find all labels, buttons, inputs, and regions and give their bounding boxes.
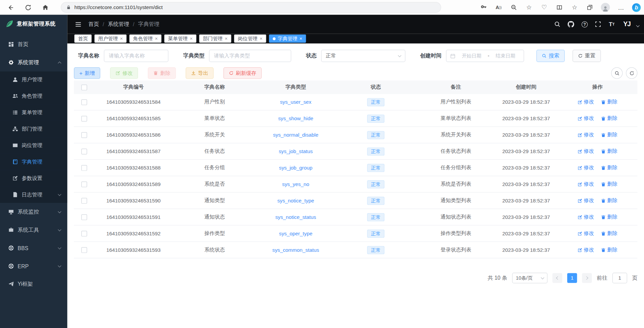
font-size-icon[interactable]: TT	[608, 20, 615, 28]
password-key-icon[interactable]	[479, 3, 487, 11]
favorites-icon[interactable]: ☆	[570, 3, 579, 11]
add-button[interactable]: + 新增	[74, 67, 100, 79]
date-range-picker[interactable]: 开始日期 - 结束日期	[446, 50, 524, 62]
dict-type-link[interactable]: sys_normal_disable	[273, 132, 318, 138]
dict-type-link[interactable]: sys_user_sex	[280, 99, 311, 105]
delete-link[interactable]: 删除	[601, 148, 617, 155]
tab-home[interactable]: 首页	[74, 35, 91, 43]
edit-link[interactable]: 修改	[577, 230, 594, 237]
delete-link[interactable]: 删除	[601, 99, 617, 106]
select-all-checkbox[interactable]	[81, 85, 87, 90]
row-checkbox[interactable]	[81, 231, 87, 236]
sidebar-item-home[interactable]: 首页	[0, 35, 67, 53]
sidebar-fold-icon[interactable]	[75, 21, 82, 28]
edit-link[interactable]: 修改	[577, 131, 594, 138]
dict-type-link[interactable]: sys_common_status	[272, 247, 319, 253]
dict-type-input[interactable]	[209, 50, 291, 62]
breadcrumb-home[interactable]: 首页	[88, 20, 99, 28]
dict-type-link[interactable]: sys_job_group	[279, 165, 312, 171]
collections-icon[interactable]	[586, 3, 594, 11]
sidebar-item-user[interactable]: 用户管理	[0, 72, 67, 88]
row-checkbox[interactable]	[81, 149, 87, 154]
user-avatar[interactable]: YJ	[623, 20, 631, 28]
zoom-out-icon[interactable]	[510, 3, 518, 11]
row-checkbox[interactable]	[81, 198, 87, 203]
dict-type-link[interactable]: sys_show_hide	[278, 115, 313, 121]
close-icon[interactable]: ×	[155, 36, 158, 41]
dict-type-link[interactable]: sys_yes_no	[282, 181, 309, 187]
browser-profile-avatar[interactable]	[601, 3, 610, 12]
edit-link[interactable]: 修改	[577, 181, 594, 188]
sidebar-item-yi[interactable]: Yi框架	[0, 275, 67, 293]
row-checkbox[interactable]	[81, 116, 87, 122]
sidebar-item-dict[interactable]: 字典管理	[0, 153, 67, 170]
browser-essentials-icon[interactable]: ♡	[540, 3, 548, 11]
split-screen-icon[interactable]	[555, 3, 563, 11]
sidebar-item-bbs[interactable]: BBS	[0, 239, 67, 257]
read-aloud-icon[interactable]: A))	[495, 3, 503, 11]
status-select[interactable]: 正常	[321, 50, 406, 62]
sidebar-item-role[interactable]: 角色管理	[0, 88, 67, 104]
edit-link[interactable]: 修改	[577, 99, 594, 106]
close-icon[interactable]: ×	[190, 36, 193, 41]
bing-icon[interactable]: b	[632, 3, 641, 12]
dict-type-link[interactable]: sys_oper_type	[279, 231, 312, 236]
edit-link[interactable]: 修改	[577, 148, 594, 155]
toggle-search-button[interactable]	[611, 67, 623, 79]
address-bar[interactable]: https://ccnetcore.com:1101/system/dict	[61, 2, 441, 13]
row-checkbox[interactable]	[81, 247, 87, 253]
browser-back-button[interactable]	[6, 2, 15, 12]
refresh-cache-button[interactable]: 刷新缓存	[224, 67, 262, 79]
delete-link[interactable]: 删除	[601, 246, 617, 253]
sidebar-item-erp[interactable]: ERP	[0, 257, 67, 275]
delete-link[interactable]: 删除	[601, 197, 617, 204]
reset-button[interactable]: 重置	[572, 50, 601, 62]
header-search-icon[interactable]	[554, 20, 561, 28]
export-button[interactable]: 导出	[186, 67, 214, 79]
app-logo[interactable]: 意框架管理系统	[0, 15, 67, 33]
close-icon[interactable]: ×	[300, 36, 303, 41]
search-button[interactable]: 搜索	[537, 50, 565, 62]
edit-button[interactable]: 修改	[110, 67, 138, 79]
row-checkbox[interactable]	[81, 132, 87, 138]
edit-link[interactable]: 修改	[577, 115, 594, 122]
sidebar-item-post[interactable]: 岗位管理	[0, 137, 67, 154]
edit-link[interactable]: 修改	[577, 197, 594, 204]
dict-type-link[interactable]: sys_job_status	[279, 148, 313, 154]
prev-page-button[interactable]	[552, 273, 562, 283]
row-checkbox[interactable]	[81, 99, 87, 105]
close-icon[interactable]: ×	[260, 36, 263, 41]
fullscreen-icon[interactable]	[595, 20, 602, 28]
help-icon[interactable]: ?	[581, 20, 588, 28]
delete-button[interactable]: 删除	[148, 67, 176, 79]
close-icon[interactable]: ×	[120, 36, 123, 41]
favorite-add-icon[interactable]: ☆	[525, 3, 533, 11]
breadcrumb-system[interactable]: 系统管理	[108, 20, 129, 28]
tab-post[interactable]: 岗位管理×	[234, 35, 266, 43]
dict-type-link[interactable]: sys_notice_status	[275, 214, 316, 220]
close-icon[interactable]: ×	[225, 36, 228, 41]
more-menu-icon[interactable]: …	[617, 3, 625, 11]
delete-link[interactable]: 删除	[601, 131, 617, 138]
github-icon[interactable]	[567, 20, 575, 28]
tab-dept[interactable]: 部门管理×	[199, 35, 231, 43]
dict-type-link[interactable]: sys_notice_type	[277, 198, 314, 203]
tab-dict[interactable]: 字典管理×	[269, 35, 306, 43]
edit-link[interactable]: 修改	[577, 214, 594, 221]
edit-link[interactable]: 修改	[577, 246, 594, 253]
sidebar-item-system[interactable]: 系统管理	[0, 53, 67, 72]
delete-link[interactable]: 删除	[601, 115, 617, 122]
row-checkbox[interactable]	[81, 214, 87, 220]
delete-link[interactable]: 删除	[601, 230, 617, 237]
sidebar-item-monitor[interactable]: 系统监控	[0, 203, 67, 221]
dict-name-input[interactable]	[104, 50, 168, 62]
tab-user[interactable]: 用户管理×	[94, 35, 126, 43]
goto-page-input[interactable]	[612, 273, 627, 283]
sidebar-item-config[interactable]: 参数设置	[0, 170, 67, 186]
next-page-button[interactable]	[582, 273, 592, 283]
row-checkbox[interactable]	[81, 181, 87, 187]
sidebar-item-tool[interactable]: 系统工具	[0, 221, 67, 239]
tab-role[interactable]: 角色管理×	[129, 35, 161, 43]
browser-home-button[interactable]	[40, 2, 50, 12]
page-size-select[interactable]: 10条/页	[512, 273, 547, 283]
